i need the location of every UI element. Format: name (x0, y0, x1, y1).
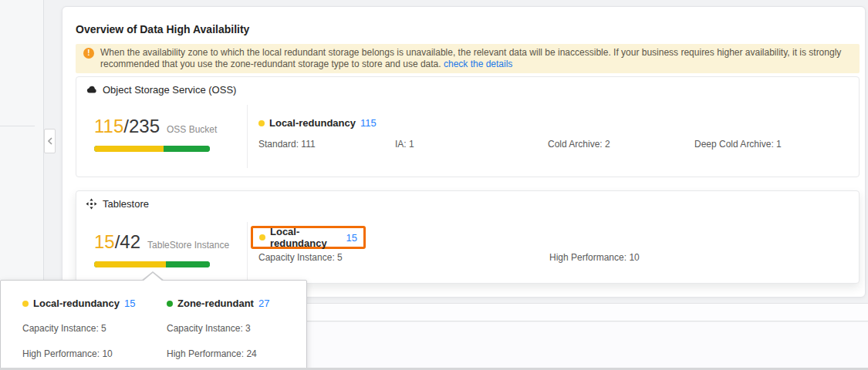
tablestore-vertical-divider (247, 222, 248, 281)
tablestore-count: 15/42TableStore Instance (94, 231, 229, 253)
tooltip-local-value: 15 (124, 298, 135, 309)
oss-detail-standard: Standard: 111 (258, 139, 316, 150)
oss-header: Object Storage Service (OSS) (76, 77, 859, 96)
tablestore-local-redundancy-highlight[interactable]: Local-redundancy 15 (251, 226, 366, 249)
page-title: Overview of Data High Availability (76, 23, 249, 35)
oss-progress-local-segment (94, 146, 164, 152)
yellow-dot-icon (259, 234, 265, 240)
yellow-dot-icon (258, 120, 265, 126)
tablestore-progress-zone-segment (166, 261, 210, 267)
tablestore-count-total: /42 (115, 231, 140, 252)
oss-local-redundancy: Local-redundancy 115 (258, 117, 377, 129)
oss-usage-block[interactable]: 115/235OSS Bucket (94, 116, 217, 152)
tablestore-redundancy-value: 15 (346, 232, 357, 244)
oss-detail-deep-cold-archive: Deep Cold Archive: 1 (694, 139, 782, 150)
tooltip-zone-label: Zone-redundant (177, 298, 254, 309)
tooltip-local-capacity: Capacity Instance: 5 (22, 323, 106, 334)
oss-redundancy-value: 115 (360, 117, 377, 129)
sidebar-divider (0, 126, 35, 126)
tooltip-local-high-performance: High Performance: 10 (22, 348, 113, 359)
tooltip-zone-redundant: Zone-redundant 27 (167, 298, 269, 309)
oss-count-unit: OSS Bucket (167, 124, 217, 135)
tablestore-detail-capacity: Capacity Instance: 5 (258, 252, 343, 263)
tooltip-zone-value: 27 (258, 298, 269, 309)
tablestore-count-unit: TableStore Instance (147, 240, 229, 251)
page: Overview of Data High Availability ! Whe… (0, 0, 868, 370)
tablestore-progress-local-segment (94, 261, 166, 267)
tablestore-nodes-icon (86, 198, 97, 210)
tablestore-progress-bar[interactable] (94, 261, 210, 267)
tablestore-redundancy-label: Local-redundancy (270, 226, 342, 249)
oss-card: Object Storage Service (OSS) 115/235OSS … (76, 76, 860, 177)
tooltip-zone-capacity: Capacity Instance: 3 (167, 323, 251, 334)
tooltip-local-redundancy: Local-redundancy 15 (22, 298, 135, 309)
tooltip-zone-high-performance: High Performance: 24 (167, 348, 257, 359)
tablestore-header: Tablestore (76, 191, 859, 210)
oss-redundancy-label: Local-redundancy (269, 117, 356, 129)
chevron-left-icon (46, 136, 54, 146)
oss-vertical-divider (247, 105, 248, 168)
oss-progress-bar[interactable] (94, 146, 210, 152)
tablestore-usage-block[interactable]: 15/42TableStore Instance (94, 231, 229, 267)
warning-text: When the availability zone to which the … (100, 47, 852, 70)
warning-icon: ! (83, 48, 94, 59)
tablestore-count-current: 15 (94, 231, 115, 252)
redundancy-tooltip: Local-redundancy 15 Capacity Instance: 5… (0, 280, 307, 370)
oss-detail-cold-archive: Cold Archive: 2 (548, 139, 610, 150)
oss-count: 115/235OSS Bucket (94, 116, 217, 137)
cloud-icon (86, 84, 97, 96)
sidebar-collapse-button[interactable] (44, 129, 56, 153)
oss-title: Object Storage Service (OSS) (103, 84, 236, 96)
warning-banner: ! When the availability zone to which th… (76, 44, 860, 73)
tooltip-arrow-fill (143, 273, 163, 281)
check-details-link[interactable]: check the details (444, 59, 512, 69)
tablestore-detail-high-performance: High Performance: 10 (549, 252, 640, 263)
tablestore-title: Tablestore (103, 198, 149, 210)
data-high-availability-panel: Overview of Data High Availability ! Whe… (62, 6, 866, 298)
oss-count-total: /235 (123, 116, 160, 136)
green-dot-icon (167, 301, 173, 307)
oss-count-current: 115 (94, 116, 123, 136)
tablestore-card: Tablestore 15/42TableStore Instance Loca… (76, 190, 860, 284)
oss-detail-ia: IA: 1 (395, 139, 414, 150)
oss-progress-zone-segment (164, 146, 210, 152)
yellow-dot-icon (22, 301, 29, 307)
tooltip-local-label: Local-redundancy (33, 298, 120, 309)
